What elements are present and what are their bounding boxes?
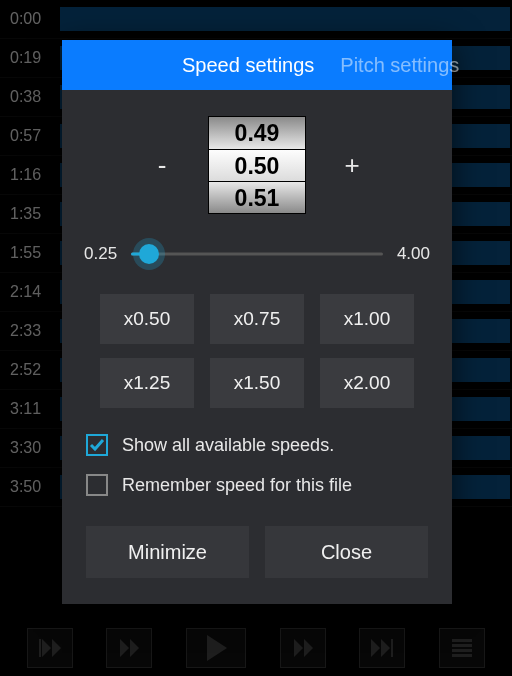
checkbox-unchecked-icon [86,474,108,496]
minimize-button[interactable]: Minimize [86,526,249,578]
speed-settings-dialog: Speed settings Pitch settings - 0.49 0.5… [62,40,452,604]
show-all-speeds-label: Show all available speeds. [122,435,334,456]
wheel-next-value: 0.51 [209,181,305,213]
slider-thumb[interactable] [139,244,159,264]
increment-button[interactable]: + [334,150,370,181]
wheel-prev-value: 0.49 [209,117,305,149]
tab-bar: Speed settings Pitch settings [62,40,452,90]
remember-speed-checkbox-row[interactable]: Remember speed for this file [86,474,428,496]
preset-button[interactable]: x1.50 [210,358,304,408]
preset-button[interactable]: x1.25 [100,358,194,408]
slider-min-label: 0.25 [84,244,117,264]
preset-button[interactable]: x0.75 [210,294,304,344]
preset-button[interactable]: x2.00 [320,358,414,408]
tab-pitch-settings[interactable]: Pitch settings [340,54,459,77]
speed-wheel-picker[interactable]: 0.49 0.50 0.51 [208,116,306,214]
speed-slider[interactable] [131,242,383,266]
checkbox-checked-icon [86,434,108,456]
remember-speed-label: Remember speed for this file [122,475,352,496]
speed-presets: x0.50 x0.75 x1.00 x1.25 x1.50 x2.00 [62,294,452,408]
preset-button[interactable]: x0.50 [100,294,194,344]
show-all-speeds-checkbox-row[interactable]: Show all available speeds. [86,434,428,456]
close-button[interactable]: Close [265,526,428,578]
tab-speed-settings[interactable]: Speed settings [182,54,314,77]
decrement-button[interactable]: - [144,150,180,181]
slider-max-label: 4.00 [397,244,430,264]
preset-button[interactable]: x1.00 [320,294,414,344]
wheel-current-value: 0.50 [209,149,305,181]
